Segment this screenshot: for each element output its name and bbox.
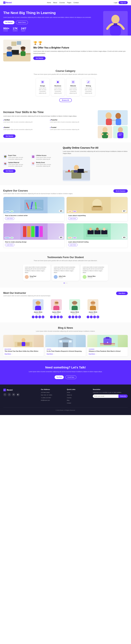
course-2-learn-more[interactable]: Learn More — [68, 217, 77, 220]
instructor-2-youtube[interactable]: ▶ — [60, 316, 63, 318]
footer-facebook[interactable]: f — [3, 393, 7, 396]
read-more-1[interactable]: Read More — [5, 353, 13, 355]
stat-students-num: 17K — [13, 27, 18, 30]
brighter-image-box — [3, 40, 31, 62]
login-button[interactable]: Login — [114, 2, 117, 4]
hero-watch-demo-button[interactable]: Watch Demo — [16, 20, 28, 24]
course-1-learn-more[interactable]: Learn More — [5, 217, 14, 220]
instructor-3-facebook[interactable]: f — [68, 316, 71, 318]
instructor-4-twitter[interactable]: t — [90, 316, 93, 318]
course-image-4: Code Tech $25 — [67, 224, 127, 240]
instructor-2-facebook[interactable]: f — [50, 316, 53, 318]
instructor-3-linkedin[interactable]: in — [75, 316, 78, 318]
footer-link-blog[interactable]: Blog — [67, 400, 90, 402]
dot-1[interactable] — [64, 283, 65, 284]
testimonial-3-info: Samuel Men Developer — [88, 276, 95, 278]
read-more-3[interactable]: Read More — [89, 353, 97, 355]
cta-enroll-button[interactable]: Enroll Now — [65, 376, 76, 379]
svg-rect-106 — [105, 337, 109, 338]
svg-point-80 — [36, 302, 41, 304]
footer-grid: R Reveri f t in ▶ Our Address 123 Main S… — [3, 388, 128, 405]
footer-link-contact[interactable]: Contact — [67, 402, 90, 404]
category-business[interactable]: Business Lorem ipsum dolor sit amet cons… — [51, 78, 65, 96]
course-title-1: How to become a content writer — [5, 215, 63, 216]
svg-point-88 — [72, 301, 77, 304]
read-more-2[interactable]: Read More — [47, 353, 55, 355]
go-to-courses-button[interactable]: Go to Courses — [113, 189, 128, 193]
logo-icon: R — [3, 2, 6, 4]
instructor-4-name: James Wick — [85, 311, 101, 313]
signup-button[interactable]: Sign Up — [118, 1, 128, 4]
instructor-1-facebook[interactable]: f — [32, 316, 35, 318]
blog-card-2: School I'm So Tired: Readers Respond to … — [45, 335, 86, 356]
brighter-get-started-button[interactable]: Get Started — [33, 56, 46, 60]
footer-link-courses[interactable]: Courses — [67, 397, 90, 399]
instructor-2-svg — [51, 299, 62, 310]
svg-rect-19 — [7, 52, 12, 56]
nav-about[interactable]: About — [53, 2, 57, 4]
instructor-4-photo — [87, 299, 98, 310]
skills-get-started-button[interactable]: Get Started — [3, 134, 16, 138]
instructor-4-youtube[interactable]: ▶ — [96, 316, 99, 318]
svg-rect-33 — [101, 134, 103, 135]
course-4-learn-more[interactable]: Learn More — [68, 244, 77, 246]
newsletter-email-input[interactable] — [93, 394, 118, 398]
dot-2[interactable] — [65, 283, 66, 284]
skills-description: Lorem ipsum dolor sit amet consectetur a… — [3, 115, 95, 117]
skills-svg-2 — [98, 126, 112, 138]
quality-expert-tutor: 👨‍🏫 Expert Tutor Lorem ipsum dolor sit a… — [3, 155, 30, 160]
category-website[interactable]: Website Lorem ipsum dolor sit amet conse… — [66, 78, 80, 96]
category-design[interactable]: Design Lorem ipsum dolor sit amet consec… — [36, 78, 49, 96]
footer-bottom: © 2023 Reveri. All Rights Reserved. — [3, 408, 128, 411]
lifetime-access-name: Lifetime Access — [36, 155, 57, 156]
nav-contact[interactable]: Contact — [74, 2, 79, 4]
hero-get-started-button[interactable]: Get Started — [3, 20, 15, 24]
category-writing-desc: Lorem ipsum dolor sit amet consectetur a… — [83, 87, 93, 94]
svg-point-25 — [106, 112, 112, 119]
browse-all-button[interactable]: Browse All — [59, 98, 72, 102]
instructor-3-twitter[interactable]: t — [72, 316, 74, 318]
footer-logo: R Reveri — [3, 388, 38, 391]
dot-3[interactable] — [66, 283, 67, 284]
instructor-1-linkedin[interactable]: in — [38, 316, 41, 318]
newsletter-subscribe-button[interactable]: Subscribe — [118, 394, 128, 398]
instructor-2-linkedin[interactable]: in — [57, 316, 59, 318]
footer-youtube[interactable]: ▶ — [16, 393, 20, 396]
footer-address-col: Our Address 123 Main Street New York, NY… — [41, 388, 64, 405]
skill-verified-desc: Lorem ipsum dolor sit amet consectetur a… — [3, 121, 48, 123]
instructor-3-youtube[interactable]: ▶ — [78, 316, 81, 318]
instructor-2-twitter[interactable]: t — [53, 316, 56, 318]
quality-get-started-button[interactable]: Get Started — [3, 169, 16, 173]
quality-title: Quality Online Courses For All — [63, 146, 128, 149]
course-grid: Design Art $25 How to become a content w… — [3, 197, 128, 248]
instructor-4-linkedin[interactable]: in — [93, 316, 96, 318]
blog-tag-2: School — [47, 348, 84, 350]
instructor-1-twitter[interactable]: t — [35, 316, 38, 318]
footer-instagram[interactable]: in — [12, 393, 15, 396]
nav-logo[interactable]: R Reveri — [3, 2, 12, 4]
cta-title: Need something? Let's Talk! — [3, 366, 128, 369]
course-3-learn-more[interactable]: Learn More — [5, 244, 14, 246]
blog-card-1: Education This School Year Has Been Unli… — [3, 335, 44, 356]
course-2-tag-2: Tech — [73, 210, 77, 212]
instructor-4-facebook[interactable]: f — [87, 316, 89, 318]
footer-link-home[interactable]: Home — [67, 392, 90, 394]
skill-features: Verified Lorem ipsum dolor sit amet cons… — [3, 119, 95, 132]
lifetime-access-icon: ♾️ — [31, 155, 35, 158]
nav-home[interactable]: Home — [47, 2, 51, 4]
instructor-3: James Wick Instructor f t in ▶ — [66, 299, 83, 318]
cta-buttons: Try Free Enroll Now — [3, 376, 128, 379]
svg-rect-102 — [59, 340, 62, 342]
svg-rect-15 — [12, 50, 19, 54]
testimonial-1-name: Greg Paul — [30, 276, 36, 277]
view-more-instructors-button[interactable]: View More — [116, 292, 128, 295]
brighter-svg — [3, 40, 31, 62]
cta-try-free-button[interactable]: Try Free — [55, 376, 64, 379]
footer-link-about[interactable]: About Us — [67, 394, 90, 396]
nav-courses[interactable]: Courses — [59, 2, 65, 4]
instructor-1-youtube[interactable]: ▶ — [42, 316, 44, 318]
footer-twitter[interactable]: t — [8, 393, 11, 396]
nav-pages[interactable]: Pages — [67, 2, 71, 4]
footer-address-2: New York, NY 10001 — [41, 394, 64, 396]
category-writing[interactable]: Writing Lorem ipsum dolor sit amet conse… — [82, 78, 95, 96]
